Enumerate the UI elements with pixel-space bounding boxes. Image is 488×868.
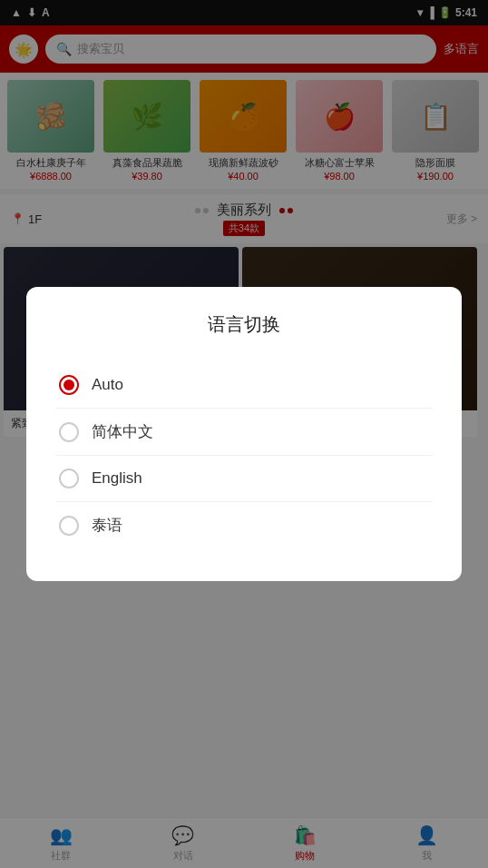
language-dialog: 语言切换 Auto 简体中文 English 泰语: [26, 287, 462, 581]
radio-label-th: 泰语: [92, 515, 122, 536]
radio-option-en[interactable]: English: [55, 456, 433, 502]
radio-circle-zh: [59, 422, 79, 442]
radio-circle-auto: [59, 375, 79, 395]
radio-option-th[interactable]: 泰语: [55, 502, 433, 548]
modal-overlay[interactable]: 语言切换 Auto 简体中文 English 泰语: [0, 0, 488, 868]
radio-circle-th: [59, 516, 79, 536]
radio-option-zh[interactable]: 简体中文: [55, 409, 433, 456]
radio-inner-auto: [63, 380, 74, 390]
radio-label-en: English: [92, 469, 142, 488]
radio-label-auto: Auto: [92, 376, 123, 394]
radio-label-zh: 简体中文: [92, 421, 153, 442]
dialog-title: 语言切换: [55, 312, 433, 337]
radio-circle-en: [59, 469, 79, 488]
radio-option-auto[interactable]: Auto: [55, 362, 433, 409]
